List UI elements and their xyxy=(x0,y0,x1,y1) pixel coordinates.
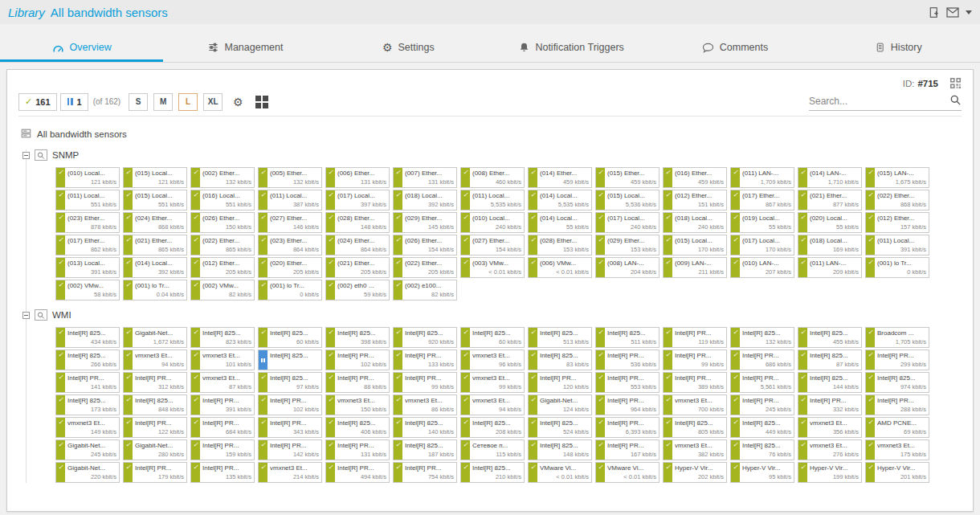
tab-management[interactable]: Management xyxy=(163,35,326,62)
sensor-tile[interactable]: ✓Intel[R] PR...332 kbit/s xyxy=(798,394,862,415)
sensor-tile[interactable]: ✓vmxnet3 Et...99 kbit/s xyxy=(460,372,525,393)
sensor-tile[interactable]: ✓(024) Ether...864 kbit/s xyxy=(325,235,390,255)
sensor-tile[interactable]: ✓Intel[R] 825...144 kbit/s xyxy=(798,372,862,393)
sensor-tile[interactable]: ✓(020) Local...55 kbit/s xyxy=(798,212,862,233)
collapse-icon[interactable] xyxy=(22,152,30,159)
sensor-tile[interactable]: ✓Intel[R] 825...848 kbit/s xyxy=(123,394,187,415)
sensor-tile[interactable]: ✓(011) Local...551 kbit/s xyxy=(55,190,120,210)
sensor-tile[interactable]: ✓(002) e100...82 kbit/s xyxy=(393,280,457,300)
tab-comments[interactable]: Comments xyxy=(653,35,816,62)
sensor-tile[interactable]: ✓Intel[R] PR...312 kbit/s xyxy=(123,372,187,393)
sensor-tile[interactable]: ✓(013) Local...391 kbit/s xyxy=(55,257,120,278)
sensor-tile[interactable]: ✓Intel[R] PR...99 kbit/s xyxy=(663,349,727,370)
sensor-tile[interactable]: ✓Intel[R] PR...102 kbit/s xyxy=(325,349,390,370)
sensor-tile[interactable]: ✓Intel[R] 825...60 kbit/s xyxy=(258,327,322,348)
sensor-tile[interactable]: ✓Intel[R] 825...920 kbit/s xyxy=(393,327,457,348)
sensor-tile[interactable]: ✓VMware Vi...< 0.01 kbit/s xyxy=(595,462,659,483)
sensor-tile[interactable]: ✓Intel[R] PR...389 kbit/s xyxy=(663,372,727,393)
sensor-tile[interactable]: ✓vmxnet3 Et...356 kbit/s xyxy=(798,417,862,438)
sensor-tile[interactable]: ✓Intel[R] PR...141 kbit/s xyxy=(55,372,120,393)
sensor-tile[interactable]: ✓Intel[R] 825...266 kbit/s xyxy=(55,349,120,370)
sensor-tile[interactable]: ✓(021) Ether...205 kbit/s xyxy=(325,257,390,278)
caret-down-icon[interactable] xyxy=(966,10,972,14)
sensor-tile[interactable]: ✓(021) Ether...865 kbit/s xyxy=(123,235,187,255)
sensor-tile[interactable]: ✓(026) Ether...154 kbit/s xyxy=(393,235,457,255)
envelope-icon[interactable] xyxy=(946,7,959,18)
sensor-tile[interactable]: ✓Intel[R] 825...513 kbit/s xyxy=(528,327,592,348)
size-button-xl[interactable]: XL xyxy=(203,93,223,111)
tab-history[interactable]: History xyxy=(817,35,980,62)
sensor-tile[interactable]: ✓Intel[R] 825...187 kbit/s xyxy=(393,439,457,460)
sensor-tile[interactable]: ✓(019) Local...55 kbit/s xyxy=(730,212,794,233)
sensor-tile[interactable]: ✓(029) Ether...153 kbit/s xyxy=(595,235,659,255)
sensor-tile[interactable]: ✓(027) Ether...146 kbit/s xyxy=(258,212,322,233)
sensor-tile[interactable]: ✓Intel[R] 825...524 kbit/s xyxy=(528,417,592,438)
sensor-tile[interactable]: ✓Intel[R] 825...140 kbit/s xyxy=(393,417,457,438)
sensor-tile[interactable]: ✓(003) VMw...< 0.01 kbit/s xyxy=(460,257,525,278)
sensor-tile[interactable]: ✓vmxnet3 Et...382 kbit/s xyxy=(663,439,727,460)
sensor-tile[interactable]: ✓VMware Vi...< 0.01 kbit/s xyxy=(528,462,592,483)
sensor-tile[interactable]: ✓(018) Local...240 kbit/s xyxy=(663,212,727,233)
collapse-icon[interactable] xyxy=(22,312,30,319)
sensor-tile[interactable]: ✓Intel[R] 825...805 kbit/s xyxy=(663,417,727,438)
sensor-tile[interactable]: ✓(018) Local...392 kbit/s xyxy=(393,190,457,210)
sensor-tile[interactable]: ✓vmxnet3 Et...700 kbit/s xyxy=(663,394,727,415)
sensor-tile[interactable]: ✓Intel[R] 825...132 kbit/s xyxy=(730,327,794,348)
sensor-tile[interactable]: ✓Intel[R] 825...97 kbit/s xyxy=(258,372,322,393)
sensor-tile[interactable]: ✓(028) Ether...153 kbit/s xyxy=(528,235,592,255)
sensor-tile[interactable]: ✓Intel[R] PR...131 kbit/s xyxy=(325,439,390,460)
sensor-tile[interactable]: ✓Intel[R] 825...398 kbit/s xyxy=(325,327,390,348)
sensor-tile[interactable]: ✓Hyper-V Vir...199 kbit/s xyxy=(798,462,862,483)
sensor-tile[interactable]: ✓(010) Local...240 kbit/s xyxy=(460,212,525,233)
sensor-tile[interactable]: ✓(009) LAN-...211 kbit/s xyxy=(663,257,727,278)
sensor-tile[interactable]: ✓Intel[R] PR...167 kbit/s xyxy=(595,439,659,460)
sensor-tile[interactable]: ✓Gigabit-Net...245 kbit/s xyxy=(55,439,120,460)
sensor-tile[interactable]: ✓(015) Local...551 kbit/s xyxy=(123,190,187,210)
sensor-tile[interactable]: ✓Intel[R] 825...87 kbit/s xyxy=(798,349,862,370)
sensor-tile[interactable]: ✓(017) Local...397 kbit/s xyxy=(325,190,390,210)
sensor-tile[interactable]: ✓(024) Ether...868 kbit/s xyxy=(123,212,187,233)
sensor-tile[interactable]: ✓(020) Ether...205 kbit/s xyxy=(258,257,322,278)
sensor-tile[interactable]: ✓(023) Ether...864 kbit/s xyxy=(258,235,322,255)
sensor-tile[interactable]: ✓(017) Local...170 kbit/s xyxy=(730,235,794,255)
sensor-tile[interactable]: ✓(001) lo Tr...0 kbit/s xyxy=(258,280,322,300)
sensor-tile[interactable]: ✓(015) Local...5,536 kbit/s xyxy=(595,190,659,210)
sensor-tile[interactable]: ✓Intel[R] PR...102 kbit/s xyxy=(258,394,322,415)
sensor-tile[interactable]: ✓(012) Ether...157 kbit/s xyxy=(865,212,929,233)
sensor-tile[interactable]: ✓(014) Local...5,535 kbit/s xyxy=(528,190,592,210)
sensor-tile[interactable]: ✓(015) Local...121 kbit/s xyxy=(123,167,187,188)
sensor-tile[interactable]: ✓Intel[R] PR...391 kbit/s xyxy=(190,394,255,415)
sensor-tile[interactable]: ✓(012) Ether...205 kbit/s xyxy=(190,257,255,278)
tab-settings[interactable]: ⚙ Settings xyxy=(327,35,490,62)
sensor-tile[interactable]: ✓Intel[R] PR...299 kbit/s xyxy=(865,349,929,370)
sensor-tile[interactable]: ✓(011) Local...391 kbit/s xyxy=(865,235,929,255)
sensor-tile[interactable]: ✓(012) Ether...151 kbit/s xyxy=(663,190,727,210)
sensor-tile[interactable]: ✓Intel[R] 825...208 kbit/s xyxy=(460,417,525,438)
sensor-tile[interactable]: ✓(016) Local...551 kbit/s xyxy=(190,190,255,210)
sensor-tile[interactable]: ✓Intel[R] 825...60 kbit/s xyxy=(460,327,525,348)
sensor-tile[interactable]: ✓(022) Ether...868 kbit/s xyxy=(865,190,929,210)
sensor-tile[interactable]: ✓(002) eth0 ...59 kbit/s xyxy=(325,280,390,300)
sensor-tile[interactable]: ✓Intel[R] PR...142 kbit/s xyxy=(258,439,322,460)
sensor-tile[interactable]: ✓(017) Local...240 kbit/s xyxy=(595,212,659,233)
sensor-tile[interactable]: ✓(015) Ether...459 kbit/s xyxy=(595,167,659,188)
sensor-tile[interactable]: ✓Intel[R] PR...288 kbit/s xyxy=(865,394,929,415)
search-icon[interactable] xyxy=(949,94,962,109)
sensor-tile[interactable]: Intel[R] 825... xyxy=(258,349,322,370)
sensor-tile[interactable]: ✓Intel[R] 825...974 kbit/s xyxy=(865,372,929,393)
sensor-tile[interactable]: ✓vmxnet3 Et...175 kbit/s xyxy=(865,439,929,460)
sensor-tile[interactable]: ✓Intel[R] 825...455 kbit/s xyxy=(798,327,862,348)
sensor-tile[interactable]: ✓(006) VMw...< 0.01 kbit/s xyxy=(528,257,592,278)
sensor-tile[interactable]: ✓Intel[R] PR...120 kbit/s xyxy=(528,372,592,393)
breadcrumb[interactable]: Library xyxy=(8,6,45,19)
sensor-tile[interactable]: ✓Intel[R] PR...122 kbit/s xyxy=(123,417,187,438)
sensor-tile[interactable]: ✓(006) Ether...131 kbit/s xyxy=(325,167,390,188)
sensor-tile[interactable]: ✓(023) Ether...878 kbit/s xyxy=(55,212,120,233)
sensor-tile[interactable]: ✓Gigabit-Net...124 kbit/s xyxy=(528,394,592,415)
sensor-tile[interactable]: ✓Intel[R] PR...553 kbit/s xyxy=(595,372,659,393)
sensor-tile[interactable]: ✓Intel[R] PR...684 kbit/s xyxy=(190,417,255,438)
sensor-tile[interactable]: ✓(005) Ether...132 kbit/s xyxy=(258,167,322,188)
sensor-tile[interactable]: ✓Intel[R] 825...76 kbit/s xyxy=(730,439,794,460)
sensor-tile[interactable]: ✓vmxnet3 Et...149 kbit/s xyxy=(55,417,120,438)
sensor-tile[interactable]: ✓Intel[R] PR...135 kbit/s xyxy=(190,462,255,483)
